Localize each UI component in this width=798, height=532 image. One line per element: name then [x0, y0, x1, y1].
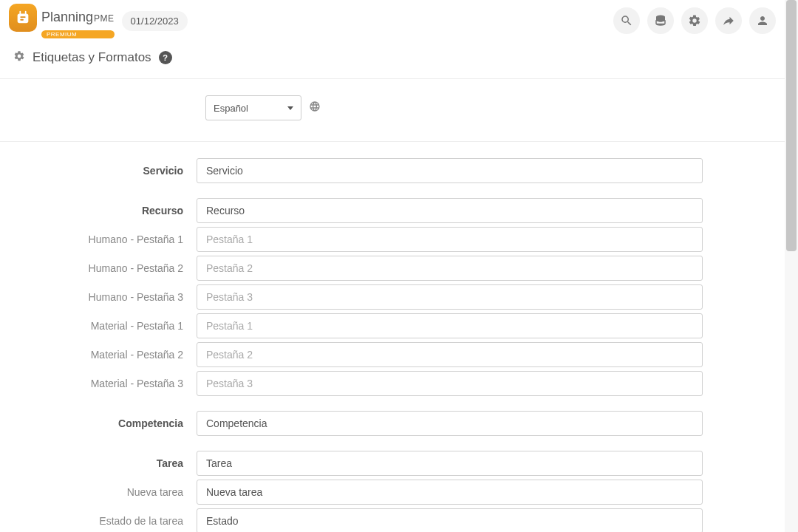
scrollbar-thumb[interactable] [786, 0, 797, 251]
label-material3: Material - Pestaña 3 [0, 378, 183, 389]
language-select[interactable]: Español [205, 95, 301, 120]
input-humano2[interactable] [197, 256, 703, 281]
svg-rect-4 [20, 18, 24, 20]
label-nuevatarea: Nueva tarea [0, 486, 183, 498]
label-tarea: Tarea [0, 457, 183, 469]
input-servicio[interactable] [197, 158, 703, 183]
help-icon[interactable]: ? [159, 51, 172, 64]
chevron-down-icon [287, 106, 293, 110]
settings-section-icon [13, 50, 25, 65]
gear-icon[interactable] [681, 7, 708, 34]
search-icon[interactable] [613, 7, 640, 34]
input-nuevatarea[interactable] [197, 480, 703, 505]
user-icon[interactable] [749, 7, 776, 34]
svg-rect-0 [18, 13, 29, 23]
scrollbar[interactable]: ▴ [785, 0, 798, 532]
app-logo-text: PlanningPME [41, 10, 115, 25]
input-tarea[interactable] [197, 451, 703, 476]
page-title: Etiquetas y Formatos [33, 50, 151, 65]
label-material1: Material - Pestaña 1 [0, 320, 183, 332]
language-select-value: Español [214, 103, 248, 114]
globe-icon[interactable] [309, 100, 321, 115]
input-competencia[interactable] [197, 411, 703, 436]
topbar: PlanningPME PREMIUM 01/12/2023 [0, 0, 785, 41]
svg-rect-3 [20, 16, 25, 18]
label-humano1: Humano - Pestaña 1 [0, 233, 183, 245]
input-humano3[interactable] [197, 284, 703, 310]
label-recurso: Recurso [0, 205, 183, 216]
input-material2[interactable] [197, 342, 703, 367]
share-icon[interactable] [715, 7, 742, 34]
app-logo-icon [9, 4, 37, 32]
input-recurso[interactable] [197, 198, 703, 223]
label-estadotarea: Estado de la tarea [0, 515, 183, 527]
input-estadotarea[interactable] [197, 508, 703, 532]
label-humano3: Humano - Pestaña 3 [0, 291, 183, 303]
input-material1[interactable] [197, 313, 703, 338]
svg-rect-1 [19, 10, 21, 14]
premium-badge: PREMIUM [41, 30, 115, 38]
date-display[interactable]: 01/12/2023 [122, 11, 188, 31]
input-material3[interactable] [197, 371, 703, 396]
input-humano1[interactable] [197, 227, 703, 252]
label-competencia: Competencia [0, 417, 183, 429]
label-material2: Material - Pestaña 2 [0, 349, 183, 361]
svg-rect-2 [25, 10, 27, 14]
section-header: Etiquetas y Formatos ? [0, 41, 785, 79]
label-servicio: Servicio [0, 165, 183, 177]
database-icon[interactable] [647, 7, 674, 34]
label-humano2: Humano - Pestaña 2 [0, 262, 183, 274]
